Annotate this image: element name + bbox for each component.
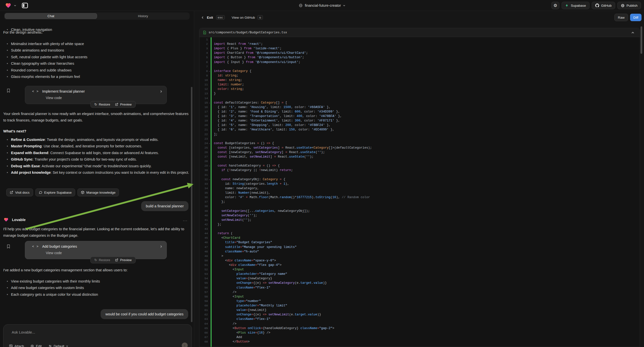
preview-button[interactable]: Preview bbox=[115, 258, 132, 262]
code-text: <Input bbox=[214, 267, 244, 272]
chevron-right-icon[interactable] bbox=[160, 90, 162, 93]
chat-scrollbar[interactable] bbox=[191, 87, 192, 322]
manage-knowledge-button[interactable]: Manage knowledge bbox=[78, 188, 119, 196]
code-text: interface Category { bbox=[214, 69, 252, 74]
code-text: const handleAddCategory = () => { bbox=[214, 164, 280, 168]
settings-button[interactable]: ⚙ bbox=[552, 2, 559, 9]
editor-scrollbar[interactable] bbox=[640, 26, 642, 54]
code-line: 46 title="Budget Categories" bbox=[200, 240, 640, 245]
chat-composer[interactable]: Ask Lovable... Attach Edit Default bbox=[3, 324, 192, 347]
user-message-bubble: build a financial planner bbox=[141, 201, 188, 211]
line-number: 31 bbox=[200, 173, 208, 177]
list-item: GitHub Sync: Transfer your project's cod… bbox=[0, 156, 190, 162]
code-text: /> bbox=[214, 290, 236, 294]
message-menu-icon[interactable]: ... bbox=[183, 218, 188, 222]
chevron-left-icon[interactable] bbox=[201, 16, 204, 19]
publish-button[interactable]: Publish bbox=[617, 2, 641, 9]
line-number: 53 bbox=[200, 272, 208, 276]
code-text: import React from 'react'; bbox=[214, 42, 263, 46]
code-text: { id: '5', name: 'Shopping', limit: 200,… bbox=[214, 123, 330, 128]
restore-button[interactable]: ↻ Restore bbox=[94, 102, 110, 106]
esc-key-badge: ESC bbox=[216, 15, 225, 20]
supabase-bolt-icon bbox=[565, 4, 569, 8]
supabase-button[interactable]: Supabase bbox=[562, 2, 590, 9]
code-line: 63 className="flex-1" bbox=[200, 317, 640, 321]
fold-chevron-icon[interactable]: ⌄ bbox=[208, 100, 210, 105]
code-view-panel: Exit ESC View on GitHub G Raw Diff src/c… bbox=[194, 11, 644, 347]
line-number: 38 bbox=[200, 204, 208, 208]
view-on-github-button[interactable]: View on GitHub bbox=[232, 16, 255, 20]
collapse-chevron-up-icon[interactable] bbox=[631, 31, 634, 34]
file-header[interactable]: src/components/budget/BudgetCategories.t… bbox=[200, 28, 640, 37]
bookmark-icon[interactable] bbox=[6, 88, 11, 93]
explore-supabase-button[interactable]: Explore Supabase bbox=[35, 188, 75, 196]
code-text: setCategories([...categories, newCategor… bbox=[214, 209, 310, 213]
attach-button[interactable]: Attach bbox=[9, 344, 24, 347]
line-number: 35 bbox=[200, 191, 208, 195]
code-line: 29⌄ const handleAddCategory = () => { bbox=[200, 164, 640, 168]
code-line: 56 className="flex-1" bbox=[200, 286, 640, 290]
line-number: 16 bbox=[200, 105, 208, 110]
attach-label: Attach bbox=[14, 344, 24, 347]
line-number: 15 bbox=[200, 100, 208, 105]
line-number: 28 bbox=[200, 159, 208, 164]
chevron-right-icon[interactable] bbox=[160, 245, 162, 248]
gear-icon: ⚙ bbox=[554, 3, 557, 8]
list-item: Minimalist interface with plenty of whit… bbox=[0, 40, 189, 47]
preview-button[interactable]: Preview bbox=[115, 102, 132, 106]
list-item: Expand with Backend: Connect Supabase to… bbox=[0, 150, 190, 156]
visit-docs-label: Visit docs bbox=[15, 191, 30, 194]
code-line: 7 bbox=[200, 64, 640, 69]
code-line: 21 { id: '6', name: 'Healthcare', limit:… bbox=[200, 128, 640, 132]
project-switcher[interactable]: financial-future-creator bbox=[0, 0, 644, 11]
code-line: 30 if (!newCategory || !newLimit) return… bbox=[200, 168, 640, 172]
added-file-icon bbox=[203, 30, 206, 34]
code-line: 4import ChartCard from '@/components/ui/… bbox=[200, 51, 640, 55]
tab-history[interactable]: History bbox=[97, 13, 189, 19]
code-line: 22]; bbox=[200, 132, 640, 137]
line-number: 32 bbox=[200, 177, 208, 182]
code-text: <ChartCard bbox=[214, 236, 240, 240]
fold-chevron-icon[interactable]: ⌄ bbox=[208, 177, 210, 182]
mode-selector[interactable]: Default bbox=[48, 344, 68, 347]
line-number: 11 bbox=[200, 82, 208, 87]
code-line: 61 value={newLimit} bbox=[200, 308, 640, 312]
code-editor[interactable]: 12import React from 'react';3import { Pl… bbox=[200, 37, 640, 347]
edit-button[interactable]: Edit bbox=[30, 344, 42, 347]
fold-chevron-icon[interactable]: ⌄ bbox=[208, 141, 210, 146]
diff-toggle-button[interactable]: Diff bbox=[630, 14, 642, 21]
project-name: financial-future-creator bbox=[305, 4, 341, 8]
code-text: onChange={(e) => setNewLimit(e.target.va… bbox=[214, 312, 321, 317]
line-number: 14 bbox=[200, 96, 208, 100]
github-button[interactable]: GitHub bbox=[592, 2, 615, 9]
exit-button[interactable]: Exit bbox=[207, 16, 213, 20]
tab-chat[interactable]: Chat bbox=[5, 13, 97, 19]
publish-label: Publish bbox=[626, 4, 638, 8]
code-text: Add bbox=[214, 335, 242, 340]
code-text: { id: '3', name: 'Transportation', limit… bbox=[214, 114, 342, 118]
visit-docs-button[interactable]: Visit docs bbox=[6, 188, 33, 196]
bookmark-icon[interactable] bbox=[6, 244, 11, 249]
raw-toggle-button[interactable]: Raw bbox=[614, 14, 628, 21]
code-line: 18 { id: '3', name: 'Transportation', li… bbox=[200, 114, 640, 118]
code-text: name: newCategory, bbox=[214, 186, 259, 191]
line-number: 20 bbox=[200, 123, 208, 128]
send-button[interactable]: ↑ bbox=[182, 342, 188, 347]
editor-header: Exit ESC View on GitHub G Raw Diff bbox=[194, 11, 644, 24]
code-line: 65 <Button onClick={handleAddCategory} c… bbox=[200, 326, 640, 330]
code-text: color: '#' + Math.floor(Math.random()*16… bbox=[214, 195, 370, 200]
code-line: 37 }; bbox=[200, 200, 640, 204]
code-text: const BudgetCategories = () => { bbox=[214, 141, 274, 146]
code-text: </Button> bbox=[214, 340, 250, 344]
code-text: id: String(categories.length + 1), bbox=[214, 182, 289, 186]
code-text: limit: number; bbox=[214, 82, 244, 87]
restore-button[interactable]: ↻ Restore bbox=[94, 258, 110, 262]
code-line: 35 limit: Number(newLimit), bbox=[200, 191, 640, 195]
line-number: 8 bbox=[200, 69, 208, 74]
code-line: 9 id: string; bbox=[200, 74, 640, 78]
fold-chevron-icon[interactable]: ⌄ bbox=[208, 164, 210, 168]
code-text: color: string; bbox=[214, 87, 244, 91]
line-number: 54 bbox=[200, 276, 208, 281]
fold-chevron-icon[interactable]: ⌄ bbox=[208, 69, 210, 74]
line-number: 60 bbox=[200, 304, 208, 308]
